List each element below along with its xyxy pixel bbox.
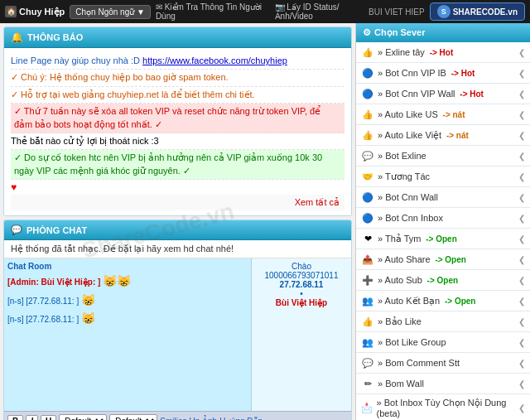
thongbao-section: 🔔 THÔNG BÁO Line Page này giúp chuy nhà … — [3, 27, 352, 216]
right-menu-item[interactable]: ✏ » Bom Wall ❮ — [356, 374, 530, 394]
item-badge: -> nát — [438, 109, 468, 120]
item-icon: 🔵 — [361, 211, 374, 224]
check-user-link[interactable]: ✉ Kiểm Tra Thông Tin Người Dùng — [156, 2, 267, 21]
size-select[interactable]: Default — [109, 414, 157, 420]
chat-message: [Admin: Bùi Việt Hiệp: ] 😸😸 — [7, 273, 248, 290]
emoji: 😸 — [81, 293, 95, 307]
emoji: 😸 — [81, 311, 95, 325]
right-menu-item[interactable]: 🔵 » Bot Cnn Inbox ❮ — [356, 208, 530, 229]
emoji: 😸😸 — [103, 274, 131, 287]
home-icon[interactable]: 🏠 — [5, 6, 17, 17]
item-text: » Bot Cnn Wall — [378, 192, 438, 202]
right-menu-item[interactable]: 👥 » Auto Kết Bạn -> Open ❮ — [356, 291, 530, 311]
right-menu-item[interactable]: 👥 » Bot Like Group ❮ — [356, 332, 530, 353]
site-logo: 🏠 Chuy Hiệp — [5, 6, 65, 17]
chat-user-info: Chào 1000066793071011 27.72.68.11 • Bùi … — [252, 258, 351, 411]
item-icon: ❤ — [361, 232, 374, 245]
chevron-right-icon: ❮ — [518, 317, 525, 326]
right-menu-item[interactable]: ❤ » Thả Tym -> Open ❮ — [356, 229, 530, 249]
right-menu-item[interactable]: 🔵 » Bot Cnn Wall ❮ — [356, 187, 530, 208]
right-panel-title: Chọn Sever — [374, 27, 425, 38]
get-id-link[interactable]: 📷 Lấy ID Status/Ảnh/Video — [275, 2, 364, 21]
item-icon: 👍 — [361, 315, 374, 328]
chevron-right-icon: ❮ — [518, 48, 525, 57]
item-text: » Auto Kết Bạn -> Open — [378, 296, 478, 307]
right-menu-item[interactable]: 📤 » Auto Share -> Open ❮ — [356, 249, 530, 270]
chevron-right-icon: ❮ — [518, 214, 525, 223]
item-left: 👥 » Auto Kết Bạn -> Open — [361, 294, 518, 307]
item-left: 👍 » Bảo Like — [361, 315, 518, 328]
chevron-right-icon: ❮ — [518, 359, 525, 368]
chevron-right-icon: ❮ — [518, 131, 525, 140]
chevron-right-icon: ❮ — [518, 89, 525, 99]
item-badge: -> Hot — [425, 47, 455, 58]
item-icon: 📤 — [361, 253, 374, 266]
thongbao-row: ✓ Chú ý: Hệ thống chuy hiệp bo bao giờ s… — [11, 70, 344, 86]
item-icon: 👥 — [361, 336, 374, 349]
right-menu-item[interactable]: 🔵 » Bot Cnn VIP Wall -> Hot ❮ — [356, 84, 530, 104]
item-text: » Bot Inbox Tùy Chọn Nội Dung (beta) — [377, 398, 518, 418]
sc-icon: S — [437, 5, 450, 18]
chevron-right-icon: ❮ — [518, 172, 525, 181]
chevron-right-icon: ❮ — [518, 193, 525, 202]
item-icon: 💬 — [361, 149, 374, 162]
upload-link[interactable]: Up Ảnh — [189, 417, 217, 420]
guide-link[interactable]: Hướng Dẫn — [219, 417, 263, 420]
chevron-right-icon: ❮ — [518, 276, 525, 285]
smilies-link[interactable]: Smilies — [160, 417, 186, 420]
right-menu-item[interactable]: 📩 » Bot Inbox Tùy Chọn Nội Dung (beta) ❮ — [356, 394, 530, 420]
thongbao-row: Thẻ bắt nào cử tỷ lợi bị thoát nick :3 — [11, 133, 344, 150]
chat-area: Chat Room [Admin: Bùi Việt Hiệp: ] 😸😸 [n… — [4, 258, 351, 411]
item-icon: 🔵 — [361, 87, 374, 100]
font-select[interactable]: Default — [59, 414, 107, 420]
chat-message: [n-s] [27.72.68.11: ] 😸 — [7, 311, 248, 327]
right-menu-item[interactable]: 💬 » Bom Comment Stt ❮ — [356, 353, 530, 374]
chat-messages: Chat Room [Admin: Bùi Việt Hiệp: ] 😸😸 [n… — [4, 258, 252, 411]
right-menu-item[interactable]: 🔵 » Bot Cnn VIP IB -> Hot ❮ — [356, 63, 530, 84]
item-left: 👍 » Auto Like Việt -> nát — [361, 128, 518, 142]
right-menu-item[interactable]: 👍 » Bảo Like ❮ — [356, 311, 530, 332]
item-icon: ✏ — [361, 377, 374, 390]
chat-toolbar: B I U Default Default Smilies Up Ảnh Hướ… — [4, 411, 351, 420]
item-badge: -> Open — [431, 254, 469, 265]
italic-button[interactable]: I — [26, 415, 38, 420]
right-menu-item[interactable]: 👍 » Exline tây -> Hot ❮ — [356, 42, 530, 63]
user-ip-tag: [27.72.68.11: ] — [26, 315, 79, 324]
right-menu-item[interactable]: 💬 » Bot Exline ❮ — [356, 146, 530, 167]
chevron-right-icon: ❮ — [518, 110, 525, 119]
user-tag: [n-s] — [7, 315, 23, 324]
bold-button[interactable]: B — [7, 415, 23, 420]
user-label: BUI VIET HIEP — [369, 7, 425, 17]
right-menu-list: 👍 » Exline tây -> Hot ❮ 🔵 » Bot Cnn VIP … — [356, 42, 530, 420]
right-menu-item[interactable]: 👍 » Auto Like US -> nát ❮ — [356, 104, 530, 125]
xem-tat-ca-link[interactable]: Xem tất cả — [11, 195, 344, 210]
item-left: ✏ » Bom Wall — [361, 377, 518, 390]
sharecode-logo: S SHARECODE.vn — [430, 2, 525, 21]
item-badge: -> Open — [440, 296, 478, 307]
right-menu-item[interactable]: 🤝 » Tương Tác ❮ — [356, 167, 530, 187]
item-left: 🔵 » Bot Cnn VIP Wall -> Hot — [361, 87, 518, 100]
fb-link[interactable]: https://www.facebook.com/chuyhiep — [142, 56, 287, 65]
chevron-right-icon: ❮ — [518, 152, 525, 161]
item-text: » Exline tây -> Hot — [378, 47, 455, 57]
right-menu-item[interactable]: ➕ » Auto Sub -> Open ❮ — [356, 270, 530, 291]
item-left: 👍 » Auto Like US -> nát — [361, 108, 518, 121]
item-text: » Auto Like Việt -> nát — [378, 130, 471, 141]
chat-greeting: Chào 1000066793071011 27.72.68.11 • Bùi … — [255, 262, 348, 307]
chevron-right-icon: ❮ — [518, 255, 525, 264]
logo-text: SHARECODE.vn — [453, 7, 518, 17]
thongbao-content: Line Page này giúp chuy nhà :D https://w… — [4, 48, 351, 215]
item-icon: 🔵 — [361, 191, 374, 204]
item-badge: -> Open — [421, 234, 459, 244]
right-menu-item[interactable]: 👍 » Auto Like Việt -> nát ❮ — [356, 125, 530, 146]
item-text: » Bảo Like — [378, 316, 422, 327]
underline-button[interactable]: U — [41, 415, 56, 420]
chevron-right-icon: ❮ — [518, 297, 525, 306]
item-text: » Auto Sub -> Open — [378, 275, 460, 285]
item-text: » Bot Cnn VIP Wall -> Hot — [378, 89, 486, 99]
lang-select-button[interactable]: Chọn Ngôn ngữ ▼ — [70, 5, 151, 19]
chevron-right-icon: ❮ — [518, 403, 525, 413]
item-left: 💬 » Bom Comment Stt — [361, 356, 518, 369]
heart-icon: ♥ — [11, 181, 17, 193]
item-icon: ➕ — [361, 273, 374, 287]
